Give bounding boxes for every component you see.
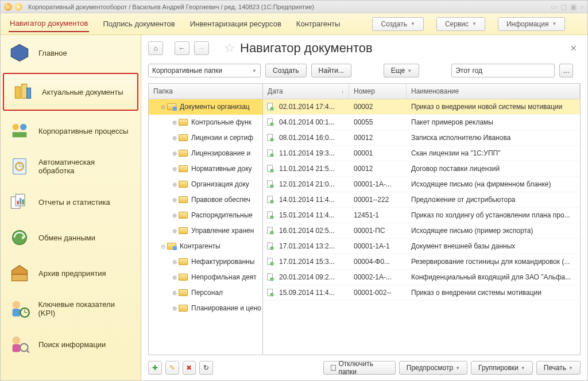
page-title: Навигатор документов [240,41,373,56]
cell-date: 04.01.2014 00:1... [278,118,349,126]
sidebar-item-7[interactable]: Ключевые показатели (KPI) [1,291,141,326]
svg-rect-25 [13,344,21,352]
svg-rect-14 [20,198,21,204]
menu-create-button[interactable]: Создать▼ [372,17,424,31]
folder-combo[interactable]: Корпоративные папки▼ [148,64,261,77]
year-filter[interactable]: Этот год [451,64,555,77]
cell-number: 00001-002-- [349,289,407,297]
sidebar-item-8[interactable]: Поиск информации [1,326,141,362]
close-page-button[interactable]: ✕ [570,44,581,53]
home-button[interactable]: ⌂ [148,41,163,55]
grid-row[interactable]: 11.01.2014 19:3...00001Скан лицензии на … [263,146,580,161]
tab-inventory[interactable]: Инвентаризация ресурсов [189,16,283,32]
tree-row[interactable]: ⊕Персонал [149,285,262,301]
cell-name: Приказ о внедрении новой системы мотивац… [407,103,580,111]
grid-row[interactable]: 16.01.2014 02:5...00001-ПСИсходящее пись… [263,223,580,239]
find-button[interactable]: Найти... [311,64,351,77]
grid-row[interactable]: 20.01.2014 09:2...00002-1А-...Конфиденци… [263,270,580,285]
grid-row[interactable]: 08.01.2014 16:0...00012Записка исполните… [263,130,580,146]
delete-button[interactable]: ✖ [183,361,196,375]
window-title: Корпоративный документооборот / Васильев… [28,3,314,10]
sidebar-label: Поиск информации [38,340,106,349]
menu-service-button[interactable]: Сервис▼ [436,17,485,31]
edit-button[interactable]: ✎ [165,361,179,375]
tree-row[interactable]: ⊕Организация доку [149,177,262,192]
grid-row[interactable]: 17.01.2014 13:2...00001-1А-1Документ вне… [263,239,580,254]
expand-icon[interactable]: ⊕ [171,150,179,157]
tree-label: Нефактурированны [191,258,254,266]
grid-row[interactable]: 15.09.2014 11:4...00001-002--Приказ о вн… [263,285,580,301]
col-name[interactable]: Наименование [407,84,580,99]
expand-icon[interactable]: ⊕ [171,290,179,296]
expand-icon[interactable]: ⊕ [171,274,179,281]
expand-icon[interactable]: ⊕ [171,197,179,203]
cell-name: Пакет примеров рекламы [407,118,580,126]
tab-navigator[interactable]: Навигатор документов [9,15,89,32]
col-date[interactable]: Дата↓ [263,84,349,99]
star-icon[interactable]: ☆ [224,41,235,56]
back-button[interactable]: ← [175,41,189,55]
grid-row[interactable]: 17.01.2014 15:3...00004-Ф0...Резервирова… [263,254,580,270]
sidebar-icon [9,191,30,213]
group-button[interactable]: Группировки▼ [471,361,533,375]
tree-row[interactable]: ⊕Контрольные функ [149,115,262,130]
tree-row[interactable]: ⊕Непрофильная деят [149,270,262,285]
expand-icon[interactable]: ⊕ [171,135,179,141]
sidebar-label: Корпоративные процессы [38,127,128,135]
sidebar-item-3[interactable]: Автоматическая обработка [1,149,141,184]
col-number[interactable]: Номер [349,84,407,99]
more-button[interactable]: Еще▼ [384,64,419,77]
tab-contractors[interactable]: Контрагенты [295,16,342,32]
expand-icon[interactable]: ⊕ [171,228,179,234]
tree-row[interactable]: ⊕Лицензирование и [149,146,262,161]
refresh-button[interactable]: ↻ [199,361,213,375]
cell-date: 14.01.2014 11:4... [278,196,349,204]
grid-row[interactable]: 12.01.2014 21:0...00001-1А-...Исходящее … [263,177,580,192]
expand-icon[interactable]: ⊖ [159,104,167,110]
tree-row[interactable]: ⊕Распорядительные [149,208,262,223]
expand-icon[interactable]: ⊕ [171,181,179,188]
sidebar-item-6[interactable]: Архив предприятия [1,255,141,291]
forward-button[interactable]: → [194,41,209,55]
window-controls[interactable]: ▭▢▣○ [547,3,584,11]
sidebar-item-1[interactable]: Актуальные документы [3,73,138,111]
cell-name: Резервирование гостиницы для командирово… [407,258,580,266]
sidebar-item-0[interactable]: Главное [1,35,141,71]
doc-icon [263,211,278,219]
tree-row[interactable]: ⊕Управление хранен [149,223,262,239]
tree-row[interactable]: ⊕Нормативные доку [149,161,262,177]
tree-label: Персонал [191,289,223,297]
expand-icon[interactable]: ⊕ [171,119,179,126]
add-button[interactable]: ✚ [148,361,162,375]
expand-icon[interactable]: ⊖ [159,243,167,250]
create-button[interactable]: Создать [265,64,307,77]
grid-row[interactable]: 15.01.2014 11:4...12451-1Приказ по холди… [263,208,580,223]
sidebar-item-4[interactable]: Отчеты и статистика [1,184,141,220]
grid-row[interactable]: 02.01.2014 17:4...00002Приказ о внедрени… [263,99,580,115]
expand-icon[interactable]: ⊕ [171,305,179,312]
dropdown-icon[interactable]: ▾ [14,3,22,11]
expand-icon[interactable]: ⊕ [171,259,179,265]
grid-row[interactable]: 04.01.2014 00:1...00055Пакет примеров ре… [263,115,580,130]
preview-button[interactable]: Предпросмотр▼ [399,361,467,375]
menu-info-button[interactable]: Информация▼ [498,17,565,31]
tree-row[interactable]: ⊕Лицензии и сертиф [149,130,262,146]
doc-icon [263,227,278,235]
print-button[interactable]: Печать▼ [536,361,581,375]
toggle-folders-button[interactable]: Отключить папки [323,361,396,375]
sidebar-label: Актуальные документы [42,88,123,96]
year-filter-extra[interactable]: … [559,64,573,77]
sidebar-item-2[interactable]: Корпоративные процессы [1,113,141,149]
grid-row[interactable]: 11.01.2014 21:5...00012Договор поставки … [263,161,580,177]
sidebar-item-5[interactable]: Обмен данными [1,220,141,255]
tab-sign[interactable]: Подпись документов [102,16,176,32]
grid-row[interactable]: 14.01.2014 11:4...00001--222Предложение … [263,192,580,208]
tree-row[interactable]: ⊕Нефактурированны [149,254,262,270]
tree-row[interactable]: ⊕Планирование и цено [149,301,262,316]
tree-row[interactable]: ⊕Правовое обеспеч [149,192,262,208]
expand-icon[interactable]: ⊕ [171,166,179,172]
expand-icon[interactable]: ⊕ [171,212,179,219]
tree-label: Документы организац [180,103,250,111]
tree-row[interactable]: ⊖Контрагенты [149,239,262,254]
tree-row[interactable]: ⊖Документы организац [149,99,262,115]
